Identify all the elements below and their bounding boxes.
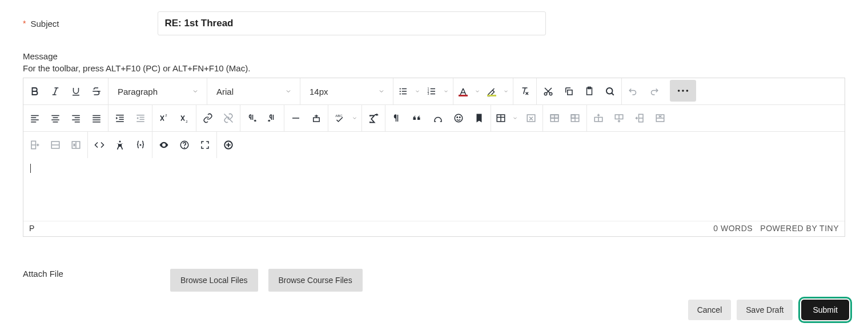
unlink-button[interactable]: [218, 107, 239, 129]
pilcrow-button[interactable]: [387, 107, 407, 129]
save-draft-button[interactable]: Save Draft: [737, 300, 793, 320]
svg-rect-48: [119, 117, 124, 118]
emoji-button[interactable]: [448, 107, 469, 129]
delete-col-button[interactable]: [66, 134, 86, 156]
find-replace-button[interactable]: [600, 80, 620, 102]
table-cell-props-button[interactable]: [565, 107, 585, 129]
align-left-button[interactable]: [25, 107, 45, 129]
delete-row-button[interactable]: [650, 107, 670, 129]
accessibility-checker-button[interactable]: [110, 134, 130, 156]
preview-button[interactable]: [154, 134, 174, 156]
blockquote-button[interactable]: [407, 107, 428, 129]
source-code-button[interactable]: [89, 134, 110, 156]
svg-rect-36: [53, 118, 58, 119]
svg-point-6: [400, 91, 401, 92]
numbered-list-button[interactable]: 123: [423, 80, 452, 102]
svg-rect-23: [568, 90, 572, 95]
svg-rect-44: [93, 118, 101, 119]
svg-rect-55: [136, 121, 144, 122]
svg-rect-39: [72, 115, 80, 116]
word-count[interactable]: 0 WORDS: [713, 224, 753, 233]
hr-button[interactable]: [286, 107, 306, 129]
strikethrough-button[interactable]: [86, 80, 107, 102]
svg-rect-16: [431, 94, 435, 95]
required-asterisk: *: [23, 19, 26, 28]
link-button[interactable]: [198, 107, 218, 129]
browse-local-files-button[interactable]: Browse Local Files: [170, 269, 258, 292]
bold-button[interactable]: [25, 80, 45, 102]
font-size-select[interactable]: 14px: [302, 80, 392, 102]
rich-text-editor: Paragraph Arial 14px 123: [23, 78, 845, 237]
svg-rect-81: [571, 115, 575, 118]
text-color-button[interactable]: [455, 80, 483, 102]
more-toolbar-button[interactable]: [670, 80, 696, 102]
browse-course-files-button[interactable]: Browse Course Files: [268, 269, 363, 292]
svg-point-30: [686, 90, 689, 92]
editor-content-area[interactable]: [23, 158, 845, 221]
svg-rect-42: [75, 122, 80, 123]
subject-input[interactable]: [158, 11, 546, 35]
svg-rect-45: [93, 119, 101, 120]
svg-rect-32: [31, 118, 36, 119]
cut-button[interactable]: [538, 80, 558, 102]
fullscreen-button[interactable]: [195, 134, 215, 156]
insert-media-button[interactable]: [306, 107, 327, 129]
underline-button[interactable]: [66, 80, 86, 102]
submit-highlight: Submit: [798, 297, 852, 323]
svg-rect-34: [31, 122, 36, 123]
formula-button[interactable]: [363, 107, 384, 129]
align-center-button[interactable]: [45, 107, 66, 129]
svg-rect-31: [31, 115, 39, 116]
undo-button[interactable]: [623, 80, 644, 102]
superscript-button[interactable]: 2: [154, 107, 174, 129]
align-justify-button[interactable]: [86, 107, 107, 129]
svg-point-66: [457, 117, 458, 118]
highlight-color-button[interactable]: [483, 80, 512, 102]
block-format-value: Paragraph: [118, 87, 158, 96]
powered-by: POWERED BY TINY: [760, 224, 839, 233]
copy-button[interactable]: [558, 80, 579, 102]
special-char-button[interactable]: [428, 107, 448, 129]
subscript-button[interactable]: 2: [174, 107, 195, 129]
svg-point-20: [549, 92, 552, 95]
rtl-button[interactable]: [262, 107, 283, 129]
insert-col-before-button[interactable]: [629, 107, 650, 129]
clear-formatting-button[interactable]: [515, 80, 535, 102]
bullet-list-button[interactable]: [395, 80, 423, 102]
svg-rect-52: [136, 115, 144, 116]
ltr-button[interactable]: [242, 107, 262, 129]
submit-button[interactable]: Submit: [801, 300, 849, 320]
redo-button[interactable]: [644, 80, 664, 102]
table-button[interactable]: [492, 107, 521, 129]
align-right-button[interactable]: [66, 107, 86, 129]
message-help: For the toolbar, press ALT+F10 (PC) or A…: [23, 63, 845, 73]
help-button[interactable]: [174, 134, 195, 156]
add-content-button[interactable]: [218, 134, 239, 156]
cancel-button[interactable]: Cancel: [688, 300, 732, 320]
svg-marker-56: [136, 117, 138, 120]
svg-point-7: [400, 93, 401, 94]
svg-line-2: [54, 88, 57, 95]
block-format-select[interactable]: Paragraph: [110, 80, 206, 102]
svg-text:2: 2: [186, 120, 188, 123]
paste-button[interactable]: [579, 80, 600, 102]
font-family-select[interactable]: Arial: [208, 80, 299, 102]
merge-cells-button[interactable]: [45, 134, 66, 156]
delete-table-button[interactable]: [521, 107, 541, 129]
svg-rect-41: [72, 119, 80, 120]
svg-rect-10: [402, 94, 407, 95]
svg-rect-33: [31, 119, 39, 120]
editor-path[interactable]: P: [29, 224, 34, 233]
insert-col-after-button[interactable]: [25, 134, 45, 156]
indent-button[interactable]: [110, 107, 130, 129]
anchor-button[interactable]: [469, 107, 489, 129]
svg-text:3: 3: [428, 92, 429, 95]
italic-button[interactable]: [45, 80, 66, 102]
outdent-button[interactable]: [130, 107, 151, 129]
svg-point-19: [544, 92, 547, 95]
table-row-props-button[interactable]: [544, 107, 565, 129]
insert-row-after-button[interactable]: [609, 107, 629, 129]
code-sample-button[interactable]: [130, 134, 151, 156]
insert-row-before-button[interactable]: [588, 107, 609, 129]
spellcheck-button[interactable]: ABC: [329, 107, 360, 129]
